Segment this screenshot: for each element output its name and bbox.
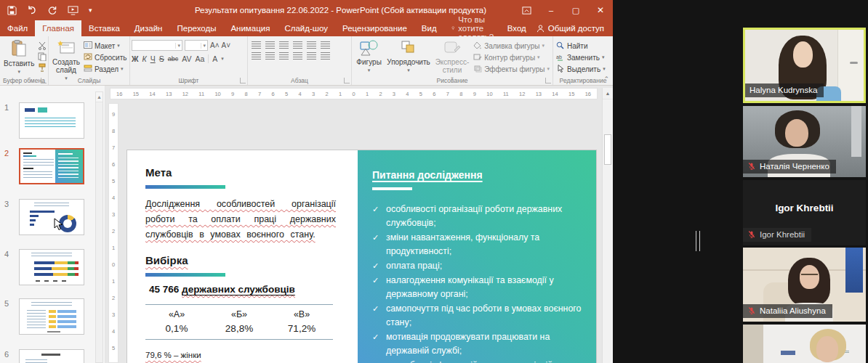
numbering-icon[interactable] — [265, 41, 275, 49]
redo-icon[interactable] — [47, 6, 57, 15]
reset-button[interactable]: Сбросить — [84, 53, 126, 62]
shapes-button[interactable]: Фигуры ▾ — [353, 38, 385, 76]
tell-me-box[interactable]: Что вы хотите сделать? — [444, 20, 507, 36]
tab-animations[interactable]: Анимация — [223, 20, 277, 36]
bullets-icon[interactable] — [252, 41, 261, 49]
collapse-ribbon-icon[interactable]: ⌃ — [603, 76, 609, 83]
video-tile-3[interactable]: Igor Khrebtii Igor Khrebtii — [743, 180, 866, 245]
align-center-icon[interactable] — [265, 52, 275, 60]
start-slideshow-icon[interactable] — [68, 6, 79, 15]
share-button[interactable]: Общий доступ — [537, 24, 604, 33]
slide-left-column[interactable]: Мета Дослідження особливостей організаці… — [127, 150, 358, 363]
thumbnail-slide-5[interactable]: 5 — [4, 298, 84, 335]
thumbnail-slide-1[interactable]: 1 — [4, 102, 84, 139]
scroll-up-icon[interactable]: ▲ — [96, 92, 103, 102]
table-value: 28,8% — [208, 319, 270, 334]
meta-heading[interactable]: Мета — [145, 166, 337, 179]
tab-view[interactable]: Вид — [414, 20, 444, 36]
slide-editor: 1615141312111098765432101234567891011121… — [105, 86, 613, 363]
tab-transitions[interactable]: Переходы — [169, 20, 223, 36]
category-table[interactable]: «А» «Б» «В» 0,1% 28,8% 71,2% — [145, 304, 333, 340]
strikethrough-button[interactable]: S — [159, 54, 164, 63]
slide-canvas[interactable]: Мета Дослідження особливостей організаці… — [127, 150, 596, 363]
qat-more-icon[interactable]: ▾ — [89, 7, 92, 14]
tab-home[interactable]: Главная — [35, 20, 81, 36]
thumb-preview-2[interactable] — [19, 148, 84, 184]
align-left-icon[interactable] — [252, 52, 261, 60]
undo-icon[interactable] — [27, 6, 37, 15]
replace-button[interactable]: abЗаменить▾ — [556, 53, 606, 62]
justify-icon[interactable] — [293, 52, 302, 60]
line-spacing-icon[interactable] — [307, 41, 316, 49]
increase-indent-icon[interactable] — [293, 41, 302, 49]
font-size-combo[interactable]: ▾ — [185, 40, 208, 51]
editor-scrollbar[interactable]: ▲ — [602, 88, 613, 363]
sample-heading[interactable]: Вибірка — [145, 254, 337, 266]
cut-icon[interactable] — [38, 41, 47, 50]
char-spacing-button[interactable]: AV — [182, 54, 191, 63]
thumbnail-slide-2[interactable]: 2 — [4, 148, 84, 184]
thumbnail-slide-3[interactable]: 3 — [4, 199, 84, 235]
horizontal-ruler[interactable]: 1615141312111098765432101234567891011121… — [110, 88, 598, 99]
video-tile-4[interactable]: Nataliia Aliushyna — [743, 248, 866, 322]
thumb-preview-6[interactable] — [19, 349, 84, 363]
sign-in-link[interactable]: Вход — [507, 24, 526, 33]
video-tile-5[interactable] — [743, 325, 866, 363]
ruler-tick: 15 — [133, 91, 139, 97]
thumbnail-slide-4[interactable]: 4 — [4, 249, 84, 285]
layout-button[interactable]: Макет▾ — [84, 41, 126, 50]
close-button[interactable]: ✕ — [588, 0, 613, 20]
thumbnail-scrollbar[interactable]: ▲ — [95, 91, 103, 363]
grow-font-icon[interactable]: А˄ — [210, 41, 220, 49]
italic-button[interactable]: К — [142, 54, 147, 63]
tab-design[interactable]: Дизайн — [127, 20, 170, 36]
thumb-preview-5[interactable] — [19, 298, 84, 335]
font-name-combo[interactable]: ▾ — [132, 40, 182, 51]
sample-size-line[interactable]: 45 766 державних службовців — [145, 284, 337, 295]
smartart-convert-icon[interactable] — [321, 52, 330, 60]
thumbnail-slide-6[interactable]: 6 — [4, 349, 84, 363]
scrollbar-thumb[interactable] — [604, 134, 611, 165]
video-tile-1[interactable]: Halyna Kudrynska — [743, 28, 866, 103]
paste-button[interactable]: Вставить ▾ — [1, 38, 36, 77]
thumb-preview-3[interactable] — [19, 199, 84, 235]
meta-paragraph[interactable]: Дослідження особливостей організації роб… — [145, 197, 336, 242]
underline-button[interactable]: Ч — [150, 54, 156, 63]
tab-insert[interactable]: Вставка — [81, 20, 127, 36]
find-button[interactable]: Найти — [556, 41, 606, 50]
video-tile-2[interactable]: Наталія Черненко — [743, 106, 866, 177]
scroll-up-icon[interactable]: ▲ — [603, 88, 613, 99]
shadow-button[interactable]: abc — [168, 55, 179, 62]
change-case-button[interactable]: Aa — [195, 54, 204, 63]
arrange-button[interactable]: Упорядочить ▾ — [385, 38, 433, 76]
gender-note[interactable]: 79,6 % – жінки — [145, 351, 337, 359]
questions-heading[interactable]: Питання дослідження — [372, 169, 586, 181]
decrease-indent-icon[interactable] — [279, 41, 289, 49]
panel-drag-handle[interactable] — [696, 231, 700, 251]
vertical-ruler[interactable]: 987654321012345 — [108, 103, 118, 363]
ribbon-display-options-icon[interactable] — [514, 0, 539, 20]
thumb-preview-1[interactable] — [19, 102, 84, 139]
tab-file[interactable]: Файл — [0, 20, 35, 36]
save-icon[interactable] — [7, 6, 17, 15]
tab-slideshow[interactable]: Слайд-шоу — [277, 20, 335, 36]
section-button[interactable]: Раздел▾ — [84, 65, 126, 73]
maximize-button[interactable]: ▢ — [563, 0, 588, 20]
shape-effects-button[interactable]: Эффекты фигуры▾ — [473, 65, 550, 73]
quick-styles-icon — [443, 40, 461, 56]
shrink-font-icon[interactable]: А˅ — [222, 41, 231, 49]
thumb-preview-4[interactable] — [19, 249, 84, 285]
tab-review[interactable]: Рецензирование — [335, 20, 414, 36]
shape-fill-button[interactable]: Заливка фигуры▾ — [473, 41, 550, 50]
minimize-button[interactable]: – — [539, 0, 563, 20]
questions-panel[interactable]: Питання дослідження особливості організа… — [358, 150, 596, 363]
format-painter-icon[interactable] — [38, 63, 47, 72]
bold-button[interactable]: Ж — [132, 54, 139, 63]
font-color-button[interactable]: A — [208, 54, 217, 63]
select-button[interactable]: Выделить▾ — [556, 65, 606, 73]
columns-icon[interactable] — [307, 52, 316, 60]
text-direction-icon[interactable] — [321, 41, 330, 49]
copy-icon[interactable] — [38, 52, 47, 61]
align-right-icon[interactable] — [279, 52, 289, 60]
shape-outline-button[interactable]: Контур фигуры▾ — [473, 53, 550, 62]
